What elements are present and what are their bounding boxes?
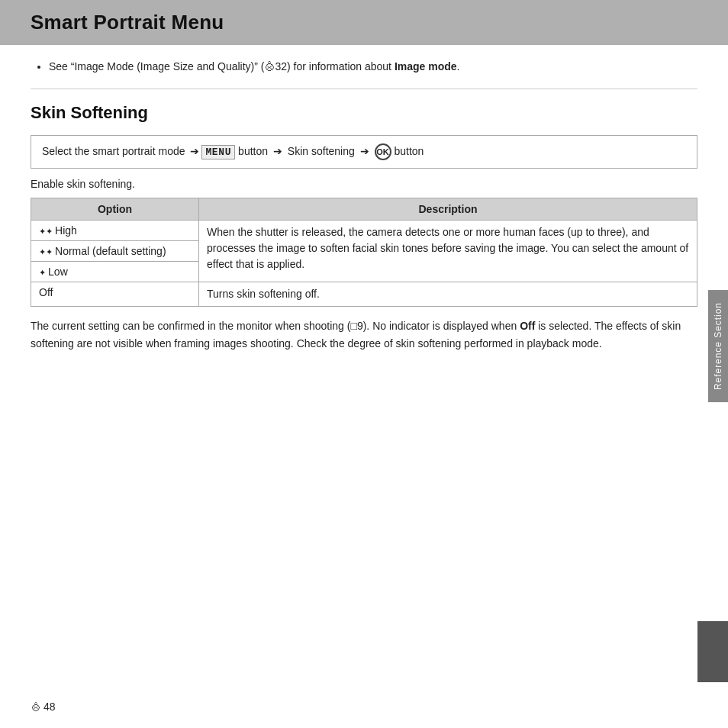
option-normal: ✦✦ Normal (default setting) [31, 241, 199, 262]
options-table: Option Description ✦✦ High When the shut… [31, 198, 697, 307]
page-number-area: ⨶48 [31, 701, 56, 713]
col-option-header: Option [31, 198, 199, 221]
nav-skin-text: Skin softening [285, 145, 358, 157]
low-icon: ✦ [39, 268, 48, 277]
skin-softening-heading: Skin Softening [31, 103, 697, 123]
side-tab: Reference Section [708, 290, 728, 402]
off-label: Off [39, 286, 53, 298]
page-header: Smart Portrait Menu [0, 0, 728, 45]
arrow-icon-2: ➔ [273, 145, 282, 157]
bullet-text-before: See “Image Mode (Image Size and Quality)… [49, 60, 264, 72]
normal-label: Normal (default setting) [55, 245, 166, 257]
bullet-bold: Image mode [395, 60, 457, 72]
main-content: See “Image Mode (Image Size and Quality)… [0, 45, 728, 381]
nav-box: Select the smart portrait mode ➔MENU but… [31, 135, 697, 169]
enable-text: Enable skin softening. [31, 178, 697, 190]
option-low: ✦ Low [31, 262, 199, 282]
bullet-period: . [457, 60, 460, 72]
nav-text2: button [235, 145, 271, 157]
side-tab-label: Reference Section [713, 302, 723, 390]
skin-softening-section: Skin Softening Select the smart portrait… [31, 103, 697, 352]
high-label: High [55, 224, 77, 237]
table-row: ✦✦ High When the shutter is released, th… [31, 221, 697, 241]
desc-high-normal-low: When the shutter is released, the camera… [199, 221, 697, 282]
bottom-tab [697, 621, 728, 682]
bullet-page-ref: ⨶32 [264, 60, 287, 72]
arrow-icon-3: ➔ [360, 145, 369, 157]
bullet-section: See “Image Mode (Image Size and Quality)… [31, 59, 697, 75]
footer-note: The current setting can be confirmed in … [31, 317, 697, 352]
table-row: Off Turns skin softening off. [31, 282, 697, 307]
page-title: Smart Portrait Menu [31, 11, 697, 34]
section-divider [31, 89, 697, 89]
bullet-item: See “Image Mode (Image Size and Quality)… [49, 59, 697, 75]
option-high: ✦✦ High [31, 221, 199, 241]
high-icon: ✦✦ [39, 227, 55, 236]
option-off: Off [31, 282, 199, 307]
arrow-icon: ➔ [190, 145, 199, 157]
desc-off: Turns skin softening off. [199, 282, 697, 307]
low-label: Low [48, 266, 68, 278]
nav-text1: Select the smart portrait mode [42, 145, 188, 157]
ok-button-icon: OK [375, 143, 391, 160]
col-description-header: Description [199, 198, 697, 221]
bullet-text-after: ) for information about [287, 60, 395, 72]
nav-text3: button [394, 145, 424, 157]
page-num-icon: ⨶ [31, 701, 40, 713]
page-number: 48 [43, 701, 56, 713]
normal-icon: ✦✦ [39, 247, 55, 256]
menu-key: MENU [201, 145, 235, 159]
table-header-row: Option Description [31, 198, 697, 221]
